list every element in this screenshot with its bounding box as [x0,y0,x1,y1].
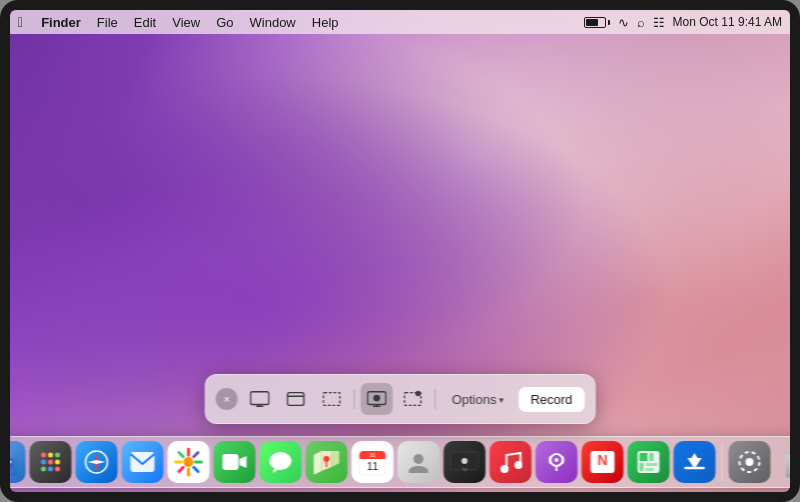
screen-capture-icon [250,389,270,409]
contacts-icon [406,449,432,475]
record-selection-button[interactable] [397,383,429,415]
dock-icon-photos[interactable] [168,441,210,483]
camera-notch [396,2,404,6]
selection-capture-icon [322,389,342,409]
svg-point-24 [48,467,53,472]
options-label: Options [452,392,497,407]
menu-go[interactable]: Go [216,15,233,30]
dock-icon-messages[interactable] [260,441,302,483]
svg-rect-63 [650,453,654,461]
music-icon [499,449,523,475]
svg-line-37 [179,467,183,471]
dock-icon-appstore[interactable] [674,441,716,483]
svg-rect-3 [287,393,303,406]
menu-help[interactable]: Help [312,15,339,30]
dock-icon-maps[interactable] [306,441,348,483]
svg-point-43 [324,456,330,462]
apple-logo-icon[interactable]:  [18,14,23,30]
dock-icon-system-prefs[interactable] [729,441,771,483]
svg-rect-64 [640,463,644,471]
dock: 11 11 TV [10,436,790,488]
menu-file[interactable]: File [97,15,118,30]
toolbar-separator-1 [354,389,355,409]
toolbar-separator-2 [435,389,436,409]
svg-text:TV: TV [462,467,467,472]
dock-icon-launchpad[interactable] [30,441,72,483]
finder-icon [10,448,19,476]
svg-rect-5 [323,393,339,406]
svg-point-23 [41,467,46,472]
device-frame:  Finder File Edit View Go Window Help ∿… [0,0,800,502]
options-button[interactable]: Options ▾ [442,387,515,412]
numbers-icon [636,449,662,475]
svg-rect-0 [251,392,269,405]
svg-rect-29 [131,452,155,472]
screenshot-toolbar: × [205,374,596,424]
svg-rect-39 [223,454,239,470]
svg-point-57 [555,458,559,462]
menu-view[interactable]: View [172,15,200,30]
record-button[interactable]: Record [518,387,584,412]
maps-icon [314,449,340,475]
facetime-icon [222,452,248,472]
dock-icon-music[interactable] [490,441,532,483]
svg-rect-62 [640,453,648,461]
news-icon: N [590,450,616,474]
svg-point-22 [55,460,60,465]
capture-screen-button[interactable] [244,383,276,415]
svg-text:N: N [597,452,607,468]
dock-icon-numbers[interactable] [628,441,670,483]
battery-icon [584,17,610,28]
menu-window[interactable]: Window [250,15,296,30]
svg-point-17 [41,453,46,458]
svg-point-21 [48,460,53,465]
svg-line-36 [194,453,198,457]
control-center-icon[interactable]: ☷ [653,15,665,30]
photos-icon [174,447,204,477]
dock-icon-safari[interactable] [76,441,118,483]
dock-icon-appletv[interactable]: TV [444,441,486,483]
record-screen-icon [367,389,387,409]
capture-window-button[interactable] [280,383,312,415]
svg-point-20 [41,460,46,465]
search-icon[interactable]: ⌕ [637,15,645,30]
dock-icon-contacts[interactable] [398,441,440,483]
svg-marker-28 [88,460,106,464]
menubar-left:  Finder File Edit View Go Window Help [18,14,339,30]
calendar-icon: 11 11 [359,448,387,476]
appletv-icon: TV [450,451,480,473]
screen:  Finder File Edit View Go Window Help ∿… [10,10,790,492]
menu-app-name[interactable]: Finder [41,15,81,30]
dock-separator [722,443,723,481]
svg-text:11: 11 [370,452,376,458]
dock-icon-podcasts[interactable] [536,441,578,483]
wifi-icon: ∿ [618,15,629,30]
menubar:  Finder File Edit View Go Window Help ∿… [10,10,790,34]
close-icon: × [223,393,229,405]
capture-selection-button[interactable] [316,383,348,415]
dock-icon-news[interactable]: N [582,441,624,483]
window-capture-icon [286,389,306,409]
dock-icon-calendar[interactable]: 11 11 [352,441,394,483]
svg-point-9 [374,395,379,400]
close-button[interactable]: × [216,388,238,410]
menu-edit[interactable]: Edit [134,15,156,30]
dock-icon-trash[interactable] [775,441,791,483]
svg-rect-65 [646,463,658,466]
svg-text:11: 11 [367,461,379,472]
record-screen-button[interactable] [361,383,393,415]
trash-icon [781,444,791,480]
dock-icon-finder[interactable] [10,441,26,483]
svg-rect-70 [786,454,791,478]
svg-point-38 [184,457,194,467]
launchpad-icon [39,450,63,474]
chevron-down-icon: ▾ [499,395,504,405]
messages-icon [268,449,294,475]
dock-icon-facetime[interactable] [214,441,256,483]
dock-icon-mail[interactable] [122,441,164,483]
svg-point-52 [462,458,468,464]
svg-rect-66 [646,468,654,471]
safari-icon [84,449,110,475]
podcasts-icon [545,449,569,475]
svg-rect-71 [783,451,791,455]
